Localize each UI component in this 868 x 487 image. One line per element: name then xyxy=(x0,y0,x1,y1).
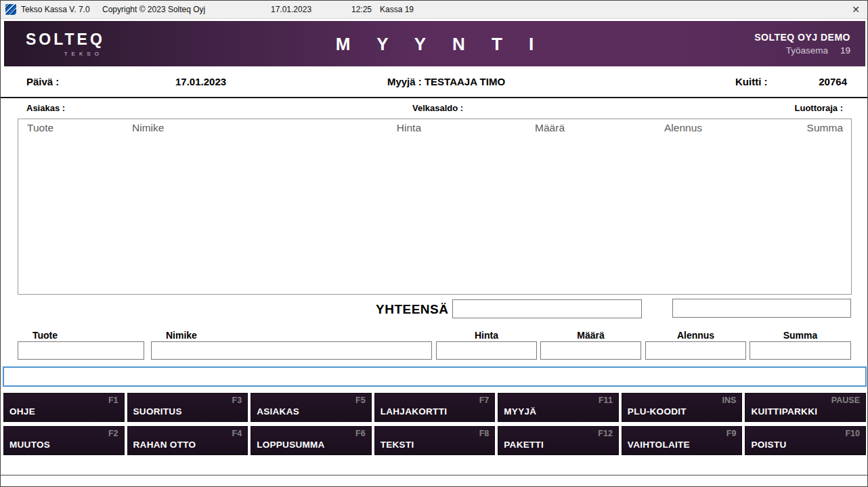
items-table: Tuote Nimike Hinta Määrä Alennus Summa xyxy=(18,119,852,295)
titlebar-time: 12:25 xyxy=(351,5,372,14)
poistu-button[interactable]: POISTU F10 xyxy=(745,426,866,455)
receipt-label: Kuitti : xyxy=(735,76,767,87)
customer-info-row: Asiakas : Velkasaldo : Luottoraja : xyxy=(1,103,867,115)
command-input[interactable] xyxy=(3,366,867,387)
entry-label-tuote: Tuote xyxy=(18,330,144,341)
column-header-summa: Summa xyxy=(702,122,851,134)
register-label: Kassa 19 xyxy=(380,5,414,14)
button-label: PAKETTI xyxy=(504,440,544,450)
seller-value: TESTAAJA TIMO xyxy=(425,76,505,87)
seller-row: Myyjä : TESTAAJA TIMO xyxy=(387,76,505,87)
sale-info-row: Päivä : 17.01.2023 Myyjä : TESTAAJA TIMO… xyxy=(1,76,867,91)
button-label: LOPPUSUMMA xyxy=(257,440,325,450)
solteq-logo: SOLTEQ TEKSO xyxy=(26,30,105,57)
items-table-header: Tuote Nimike Hinta Määrä Alennus Summa xyxy=(18,119,851,134)
entry-label-hinta: Hinta xyxy=(436,330,537,341)
button-label: MUUTOS xyxy=(9,440,50,450)
button-key-label: F9 xyxy=(726,429,737,438)
nimike-input[interactable] xyxy=(151,341,432,360)
alennus-input[interactable] xyxy=(645,341,746,360)
header-divider xyxy=(1,97,867,98)
button-label: POISTU xyxy=(751,440,786,450)
button-label: KUITTIPARKKI xyxy=(751,406,817,417)
plu-koodit-button[interactable]: PLU-KOODIT INS xyxy=(622,393,743,422)
button-label: TEKSTI xyxy=(381,440,414,450)
total-secondary-field[interactable] xyxy=(672,299,851,318)
date-value: 17.01.2023 xyxy=(175,76,226,87)
button-key-label: F6 xyxy=(355,429,366,438)
logo-primary-text: SOLTEQ xyxy=(26,30,105,49)
credit-limit-label: Luottoraja : xyxy=(795,103,844,113)
button-label: OHJE xyxy=(9,406,35,417)
copyright-text: Copyright © 2023 Solteq Oyj xyxy=(102,5,205,14)
hinta-input[interactable] xyxy=(436,341,537,360)
total-amount-field[interactable] xyxy=(452,299,642,318)
app-header: SOLTEQ TEKSO M Y Y N T I SOLTEQ OYJ DEMO… xyxy=(4,21,865,66)
app-icon xyxy=(5,4,16,15)
muutos-button[interactable]: MUUTOS F2 xyxy=(3,426,125,455)
column-header-alennus: Alennus xyxy=(565,122,702,134)
titlebar-date: 17.01.2023 xyxy=(271,5,311,14)
seller-label: Myyjä : xyxy=(387,76,422,87)
entry-label-summa: Summa xyxy=(750,330,851,341)
button-key-label: F11 xyxy=(599,396,613,405)
button-key-label: F3 xyxy=(232,396,242,405)
receipt-value: 20764 xyxy=(819,76,847,87)
button-key-label: F12 xyxy=(598,429,613,438)
column-header-maara: Määrä xyxy=(421,122,565,134)
kuittiparkki-button[interactable]: KUITTIPARKKI PAUSE xyxy=(745,393,866,422)
workstation-row: Työasema19 xyxy=(786,45,850,56)
entry-label-maara: Määrä xyxy=(540,330,641,341)
page-title: M Y Y N T I xyxy=(325,33,544,54)
teksti-button[interactable]: TEKSTI F8 xyxy=(374,426,496,455)
button-key-label: F1 xyxy=(108,396,118,405)
entry-labels-row: Tuote Nimike Hinta Määrä Alennus Summa xyxy=(18,330,851,341)
summa-input[interactable] xyxy=(750,341,851,360)
loppusumma-button[interactable]: LOPPUSUMMA F6 xyxy=(251,426,372,455)
titlebar: Tekso Kassa V. 7.0 Copyright © 2023 Solt… xyxy=(1,1,867,19)
ohje-button[interactable]: OHJE F1 xyxy=(3,393,125,422)
button-key-label: INS xyxy=(722,396,737,405)
app-window: Tekso Kassa V. 7.0 Copyright © 2023 Solt… xyxy=(0,0,868,487)
suoritus-button[interactable]: SUORITUS F3 xyxy=(127,393,248,422)
entry-fields-row xyxy=(18,341,851,360)
vaihtolaite-button[interactable]: VAIHTOLAITE F9 xyxy=(622,426,743,455)
tuote-input[interactable] xyxy=(18,341,144,360)
column-header-hinta: Hinta xyxy=(309,122,421,134)
workstation-value: 19 xyxy=(840,45,850,56)
close-icon[interactable]: ✕ xyxy=(844,1,867,18)
rahan-otto-button[interactable]: RAHAN OTTO F4 xyxy=(127,426,248,455)
app-title: Tekso Kassa V. 7.0 xyxy=(21,5,90,14)
column-header-nimike: Nimike xyxy=(132,122,309,134)
button-key-label: PAUSE xyxy=(831,396,860,405)
button-label: LAHJAKORTTI xyxy=(381,406,448,417)
button-key-label: F2 xyxy=(108,429,118,438)
header-store-block: SOLTEQ OYJ DEMO Työasema19 xyxy=(754,21,850,66)
status-area-divider xyxy=(1,475,867,475)
function-key-grid: OHJE F1 SUORITUS F3 ASIAKAS F5 LAHJAKORT… xyxy=(3,393,866,455)
asiakas-button[interactable]: ASIAKAS F5 xyxy=(251,393,372,422)
button-label: PLU-KOODIT xyxy=(628,406,687,417)
logo-secondary-text: TEKSO xyxy=(64,51,105,57)
column-header-tuote: Tuote xyxy=(18,122,132,134)
button-label: SUORITUS xyxy=(133,406,182,417)
myyja-button[interactable]: MYYJÄ F11 xyxy=(498,393,619,422)
entry-label-alennus: Alennus xyxy=(645,330,746,341)
button-key-label: F4 xyxy=(232,429,242,438)
date-label: Päivä : xyxy=(26,76,59,87)
button-label: ASIAKAS xyxy=(257,406,299,417)
debt-balance-label: Velkasaldo : xyxy=(412,103,463,113)
entry-label-nimike: Nimike xyxy=(151,330,432,341)
lahjakortti-button[interactable]: LAHJAKORTTI F7 xyxy=(374,393,496,422)
button-key-label: F5 xyxy=(355,396,366,405)
button-label: RAHAN OTTO xyxy=(133,440,196,450)
customer-label: Asiakas : xyxy=(26,103,65,113)
button-key-label: F8 xyxy=(479,429,490,438)
button-key-label: F7 xyxy=(479,396,490,405)
store-name: SOLTEQ OYJ DEMO xyxy=(754,32,850,43)
workstation-label: Työasema xyxy=(786,45,828,56)
button-label: VAIHTOLAITE xyxy=(628,440,690,450)
paketti-button[interactable]: PAKETTI F12 xyxy=(498,426,619,455)
button-key-label: F10 xyxy=(845,429,860,438)
maara-input[interactable] xyxy=(540,341,641,360)
